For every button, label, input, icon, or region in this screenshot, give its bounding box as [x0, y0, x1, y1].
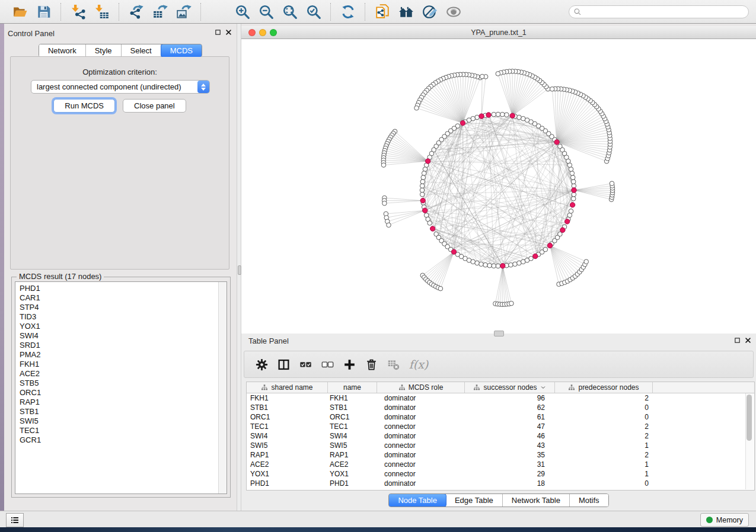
- column-header-shared-name[interactable]: shared name: [247, 382, 328, 393]
- network-node[interactable]: [529, 257, 534, 261]
- table-scrollbar[interactable]: [745, 393, 754, 489]
- network-node[interactable]: [475, 261, 480, 265]
- column-header-predecessor-nodes[interactable]: predecessor nodes: [555, 382, 653, 393]
- add-column-icon[interactable]: [343, 358, 356, 371]
- network-node[interactable]: [382, 201, 387, 206]
- table-row[interactable]: PHD1PHD1dominator180: [247, 479, 754, 488]
- tab-network[interactable]: Network: [39, 44, 86, 57]
- table-scrollbar-thumb[interactable]: [747, 395, 752, 441]
- mcds-result-item[interactable]: SRD1: [20, 341, 227, 350]
- tab-select[interactable]: Select: [122, 44, 161, 57]
- mcds-result-item[interactable]: TID3: [20, 312, 227, 322]
- export-table-icon[interactable]: [151, 3, 169, 21]
- close-panel-button[interactable]: Close panel: [123, 99, 186, 113]
- export-network-icon[interactable]: [127, 3, 145, 21]
- tab-mcds[interactable]: MCDS: [161, 44, 202, 57]
- mcds-result-item[interactable]: YOX1: [20, 322, 227, 331]
- network-node[interactable]: [505, 113, 509, 117]
- table-row[interactable]: TEC1TEC1connector472: [247, 422, 754, 431]
- tab-node-table[interactable]: Node Table: [388, 493, 446, 507]
- network-node[interactable]: [426, 159, 430, 164]
- network-node[interactable]: [550, 87, 554, 92]
- network-node[interactable]: [496, 112, 500, 117]
- float-panel-icon[interactable]: [215, 29, 221, 36]
- table-row[interactable]: SWI4SWI4dominator462: [247, 431, 754, 441]
- network-node[interactable]: [569, 209, 573, 214]
- network-node[interactable]: [387, 223, 391, 227]
- network-node[interactable]: [483, 262, 488, 267]
- network-node[interactable]: [420, 188, 425, 193]
- table-row[interactable]: ORC1ORC1dominator610: [247, 412, 754, 422]
- show-all-columns-icon[interactable]: [299, 358, 312, 371]
- network-node[interactable]: [509, 301, 514, 306]
- mcds-result-item[interactable]: SWI5: [20, 416, 227, 426]
- tab-motifs[interactable]: Motifs: [570, 494, 608, 507]
- mcds-result-item[interactable]: FKH1: [20, 360, 227, 369]
- table-row[interactable]: STB1STB1dominator620: [247, 403, 754, 412]
- column-settings-icon[interactable]: [255, 358, 268, 371]
- import-network-icon[interactable]: [69, 3, 87, 21]
- network-node[interactable]: [420, 180, 425, 184]
- show-graphics-icon[interactable]: [445, 3, 462, 21]
- network-node[interactable]: [517, 115, 522, 120]
- column-header-name[interactable]: name: [328, 382, 377, 393]
- network-node[interactable]: [496, 264, 500, 268]
- network-node[interactable]: [414, 106, 419, 111]
- tab-edge-table[interactable]: Edge Table: [446, 494, 503, 507]
- network-node[interactable]: [558, 144, 563, 149]
- network-node[interactable]: [570, 175, 575, 180]
- zoom-fit-icon[interactable]: [281, 3, 299, 21]
- home-icon[interactable]: [397, 3, 415, 21]
- network-node[interactable]: [560, 227, 565, 232]
- network-node[interactable]: [584, 259, 589, 264]
- network-node[interactable]: [547, 243, 552, 248]
- network-node[interactable]: [479, 262, 484, 267]
- column-header-successor-nodes[interactable]: successor nodes: [465, 382, 555, 393]
- network-node[interactable]: [492, 112, 496, 117]
- split-panel-icon[interactable]: [277, 358, 290, 371]
- network-node[interactable]: [420, 192, 425, 197]
- hide-style-icon[interactable]: [421, 3, 439, 21]
- network-node[interactable]: [479, 114, 484, 118]
- mcds-result-item[interactable]: STB1: [20, 407, 227, 416]
- network-node[interactable]: [381, 163, 386, 168]
- network-node[interactable]: [510, 113, 515, 118]
- network-node[interactable]: [513, 262, 518, 267]
- close-table-panel-icon[interactable]: [745, 337, 751, 344]
- close-panel-icon[interactable]: [225, 29, 232, 36]
- export-image-icon[interactable]: [175, 3, 193, 21]
- table-row[interactable]: YOX1YOX1connector291: [247, 469, 754, 479]
- table-row[interactable]: FKH1FKH1dominator962: [247, 393, 754, 403]
- mcds-result-item[interactable]: RAP1: [20, 398, 227, 407]
- float-table-panel-icon[interactable]: [734, 337, 741, 344]
- network-node[interactable]: [438, 286, 443, 291]
- network-node[interactable]: [543, 247, 548, 252]
- network-node[interactable]: [423, 167, 428, 172]
- network-node[interactable]: [422, 171, 426, 176]
- network-node[interactable]: [430, 226, 435, 231]
- zoom-out-icon[interactable]: [257, 3, 275, 21]
- import-table-icon[interactable]: [93, 3, 111, 21]
- network-node[interactable]: [420, 198, 425, 203]
- search-input[interactable]: [569, 5, 749, 18]
- network-node[interactable]: [571, 197, 576, 201]
- network-node[interactable]: [500, 264, 505, 268]
- refresh-icon[interactable]: [339, 3, 357, 21]
- mcds-list-scrollbar[interactable]: [218, 282, 227, 493]
- network-window-titlebar[interactable]: YPA_prune.txt_1: [241, 26, 756, 39]
- network-node[interactable]: [496, 72, 500, 76]
- network-node[interactable]: [533, 254, 538, 258]
- network-node[interactable]: [571, 180, 576, 184]
- mcds-result-item[interactable]: TEC1: [20, 426, 227, 435]
- network-node[interactable]: [492, 264, 496, 268]
- optimization-criterion-select[interactable]: largest connected component (undirected): [31, 80, 210, 94]
- hide-all-columns-icon[interactable]: [321, 358, 334, 371]
- network-node[interactable]: [487, 263, 492, 268]
- table-row[interactable]: SWI5SWI5connector431: [247, 441, 754, 450]
- network-node[interactable]: [509, 262, 513, 267]
- mcds-result-item[interactable]: PMA2: [20, 350, 227, 360]
- column-header-MCDS-role[interactable]: MCDS role: [377, 382, 465, 393]
- network-node[interactable]: [572, 188, 576, 193]
- mcds-result-item[interactable]: PHD1: [20, 284, 227, 293]
- zoom-selected-icon[interactable]: [305, 3, 323, 21]
